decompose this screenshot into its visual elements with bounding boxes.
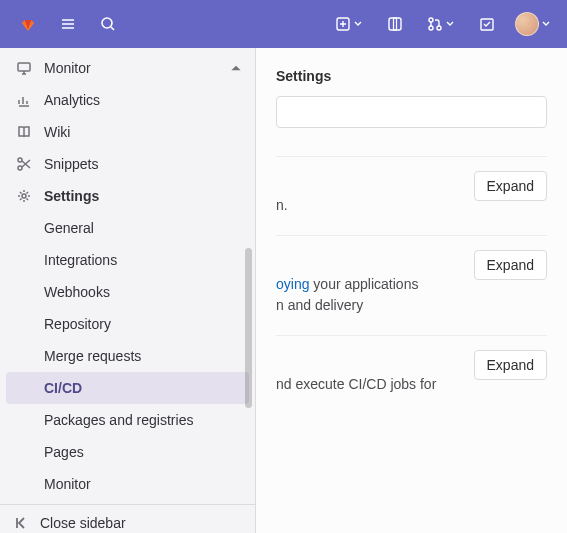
gitlab-logo[interactable] xyxy=(12,8,44,40)
scrollbar-thumb[interactable] xyxy=(245,248,252,408)
expand-button[interactable]: Expand xyxy=(474,171,547,201)
section-runners: Expand nd execute CI/CD jobs for xyxy=(276,335,547,414)
expand-label: Expand xyxy=(487,357,534,373)
expand-label: Expand xyxy=(487,178,534,194)
sub-item-label: Webhooks xyxy=(44,284,110,300)
svg-rect-3 xyxy=(394,18,397,30)
hamburger-icon[interactable] xyxy=(52,8,84,40)
sub-item-label: Packages and registries xyxy=(44,412,193,428)
close-sidebar-button[interactable]: Close sidebar xyxy=(0,504,255,533)
settings-sub-cicd[interactable]: CI/CD xyxy=(6,372,249,404)
chevron-up-icon xyxy=(229,61,243,75)
sub-item-label: General xyxy=(44,220,94,236)
svg-point-6 xyxy=(437,26,441,30)
settings-sub-webhooks[interactable]: Webhooks xyxy=(0,276,255,308)
todos-icon[interactable] xyxy=(471,8,503,40)
scissors-icon xyxy=(16,156,32,172)
search-icon[interactable] xyxy=(92,8,124,40)
chevron-down-icon xyxy=(445,16,455,32)
main-content: Settings Expand n. Expand oying your app… xyxy=(256,0,567,533)
sidebar-item-label: Settings xyxy=(44,188,243,204)
sub-item-label: Integrations xyxy=(44,252,117,268)
svg-point-10 xyxy=(18,166,22,170)
deploying-link[interactable]: oying xyxy=(276,276,309,292)
gear-icon xyxy=(16,188,32,204)
svg-point-4 xyxy=(429,18,433,22)
close-sidebar-label: Close sidebar xyxy=(40,515,126,531)
chevron-down-icon xyxy=(353,16,363,32)
sidebar-item-label: Snippets xyxy=(44,156,243,172)
sidebar-item-label: Wiki xyxy=(44,124,243,140)
sub-item-label: CI/CD xyxy=(44,380,82,396)
settings-sub-repository[interactable]: Repository xyxy=(0,308,255,340)
plus-dropdown-button[interactable] xyxy=(327,8,371,40)
expand-button[interactable]: Expand xyxy=(474,250,547,280)
svg-point-11 xyxy=(22,194,26,198)
sidebar-item-label: Monitor xyxy=(44,60,217,76)
chevron-down-icon xyxy=(541,16,551,32)
settings-sub-integrations[interactable]: Integrations xyxy=(0,244,255,276)
issues-icon[interactable] xyxy=(379,8,411,40)
collapse-left-icon xyxy=(14,515,30,531)
analytics-icon xyxy=(16,92,32,108)
sidebar-item-monitor[interactable]: Monitor xyxy=(0,52,255,84)
settings-sub-merge-requests[interactable]: Merge requests xyxy=(0,340,255,372)
monitor-icon xyxy=(16,60,32,76)
merge-requests-dropdown-button[interactable] xyxy=(419,8,463,40)
sub-item-label: Repository xyxy=(44,316,111,332)
settings-search-input[interactable] xyxy=(276,96,547,128)
topbar xyxy=(0,0,567,48)
sidebar: Monitor Analytics Wiki Snippets Settings… xyxy=(0,48,256,533)
sidebar-item-analytics[interactable]: Analytics xyxy=(0,84,255,116)
sidebar-item-snippets[interactable]: Snippets xyxy=(0,148,255,180)
sub-item-label: Merge requests xyxy=(44,348,141,364)
sidebar-item-label: Analytics xyxy=(44,92,243,108)
sidebar-item-wiki[interactable]: Wiki xyxy=(0,116,255,148)
sub-item-label: Monitor xyxy=(44,476,91,492)
merge-requests-icon xyxy=(427,16,443,32)
sub-item-label: Pages xyxy=(44,444,84,460)
user-menu-button[interactable] xyxy=(511,8,555,40)
expand-button[interactable]: Expand xyxy=(474,350,547,380)
section-auto-devops: Expand oying your applications n and del… xyxy=(276,235,547,335)
svg-point-0 xyxy=(102,18,112,28)
breadcrumb-tail: Settings xyxy=(276,68,331,84)
settings-sub-pages[interactable]: Pages xyxy=(0,436,255,468)
svg-point-9 xyxy=(18,158,22,162)
plus-icon xyxy=(335,16,351,32)
sidebar-item-settings[interactable]: Settings xyxy=(0,180,255,212)
section-description: oying your applications n and delivery xyxy=(276,274,547,315)
settings-sub-general[interactable]: General xyxy=(0,212,255,244)
svg-point-5 xyxy=(429,26,433,30)
svg-rect-8 xyxy=(18,63,30,71)
expand-label: Expand xyxy=(487,257,534,273)
settings-sub-packages[interactable]: Packages and registries xyxy=(0,404,255,436)
settings-sub-monitor[interactable]: Monitor xyxy=(0,468,255,500)
breadcrumb: Settings xyxy=(276,60,547,96)
book-icon xyxy=(16,124,32,140)
section-general-pipelines: Expand n. xyxy=(276,156,547,235)
svg-rect-2 xyxy=(389,18,401,30)
avatar xyxy=(515,12,539,36)
